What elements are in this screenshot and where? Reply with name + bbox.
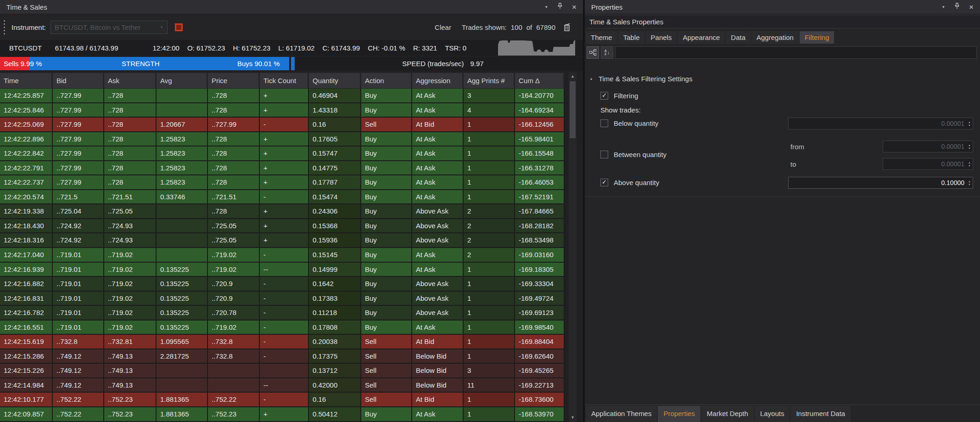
bottom-tab-layouts[interactable]: Layouts [755, 406, 790, 422]
scroll-up-icon[interactable]: ▲ [569, 73, 577, 80]
column-header-agg-prints-[interactable]: Agg Prints # [464, 72, 515, 88]
trade-row[interactable]: 12:42:25.846..727.99..728..728+1.43318Bu… [0, 103, 565, 118]
cell-tick: - [260, 306, 309, 320]
cell-avg [157, 248, 208, 262]
tab-aggregation[interactable]: Aggregation [751, 31, 799, 44]
trade-row[interactable]: 12:42:22.737..727.99..7281.25823..728+0.… [0, 175, 565, 190]
delete-trades-icon[interactable] [563, 23, 571, 32]
tab-filtering[interactable]: Filtering [800, 31, 834, 44]
tab-data[interactable]: Data [726, 31, 750, 44]
between-quantity-checkbox[interactable]: ✓ [600, 151, 608, 158]
panel-menu-caret-icon[interactable]: ▼ [544, 5, 548, 9]
cell-bid: ..719.01 [53, 277, 104, 291]
trade-row[interactable]: 12:42:10.177..752.22..752.231.881365..75… [0, 393, 565, 407]
cell-price: ..725.05 [208, 233, 260, 247]
trade-row[interactable]: 12:42:15.226..749.12..749.130.13712SellB… [0, 364, 565, 378]
categorized-view-button[interactable] [587, 46, 599, 59]
bottom-tab-application-themes[interactable]: Application Themes [586, 406, 657, 422]
cell-cum: -166.15548 [515, 146, 565, 160]
cell-tick: -- [260, 263, 309, 276]
cell-aggression: At Bid [412, 118, 464, 131]
cell-tick: + [260, 132, 309, 146]
scroll-down-icon[interactable]: ▼ [569, 414, 577, 422]
tab-appearance[interactable]: Appearance [678, 31, 725, 44]
cell-ask: ..719.02 [104, 306, 157, 320]
property-search-input[interactable] [615, 46, 977, 59]
close-icon[interactable]: × [572, 3, 577, 11]
below-quantity-input[interactable]: 0.00001 ▲▼ [788, 118, 973, 129]
bottom-tab-market-depth[interactable]: Market Depth [701, 406, 754, 422]
cell-aggression: At Ask [412, 175, 464, 189]
trade-row[interactable]: 12:42:16.882..719.01..719.020.135225..72… [0, 277, 565, 292]
panel-menu-caret-icon[interactable]: ▼ [941, 5, 945, 9]
trade-row[interactable]: 12:42:22.896..727.99..7281.25823..728+0.… [0, 132, 565, 147]
cell-qty: 0.50412 [309, 407, 361, 421]
tab-theme[interactable]: Theme [586, 31, 617, 44]
instrument-status-square[interactable] [175, 23, 183, 31]
trade-row[interactable]: 12:42:18.316..724.92..724.93..725.05+0.1… [0, 233, 565, 248]
scrollbar-thumb[interactable] [570, 81, 576, 138]
filtering-checkbox[interactable]: ✓ [600, 92, 608, 100]
cell-aggression: At Ask [412, 146, 464, 160]
above-quantity-input[interactable]: 0.10000 ▲▼ [788, 177, 973, 189]
trade-row[interactable]: 12:42:16.939..719.01..719.020.135225..71… [0, 263, 565, 277]
spinner-buttons[interactable]: ▲▼ [966, 180, 973, 186]
spinner-buttons[interactable]: ▲▼ [966, 121, 973, 127]
cell-time: 12:42:22.896 [0, 132, 53, 146]
cell-prints: 1 [464, 263, 515, 276]
cell-prints: 1 [464, 393, 515, 406]
column-header-cum-[interactable]: Cum Δ [515, 72, 565, 88]
trade-row[interactable]: 12:42:16.831..719.01..719.020.135225..72… [0, 292, 565, 306]
pin-icon[interactable] [954, 3, 960, 11]
tab-table[interactable]: Table [618, 31, 645, 44]
column-header-tick-count[interactable]: Tick Count [260, 72, 309, 88]
trades-scrollbar[interactable]: ▲ ▼ [569, 72, 577, 422]
pin-icon[interactable] [557, 3, 563, 11]
trade-row[interactable]: 12:42:14.984..749.12..749.13--0.42000Sel… [0, 378, 565, 393]
cell-bid: ..719.01 [53, 306, 104, 320]
column-header-action[interactable]: Action [361, 72, 412, 88]
column-header-bid[interactable]: Bid [53, 72, 104, 88]
trade-row[interactable]: 12:42:16.782..719.01..719.020.135225..72… [0, 306, 565, 321]
column-header-ask[interactable]: Ask [104, 72, 157, 88]
trade-row[interactable]: 12:42:22.842..727.99..7281.25823..728+0.… [0, 146, 565, 161]
close-icon[interactable]: × [969, 3, 974, 11]
trade-row[interactable]: 12:42:25.069..727.99..7281.20667..727.99… [0, 118, 565, 132]
cell-action: Buy [361, 175, 412, 189]
above-quantity-checkbox[interactable]: ✓ [600, 179, 608, 186]
column-header-price[interactable]: Price [208, 72, 260, 88]
below-quantity-checkbox[interactable]: ✓ [600, 119, 608, 127]
bottom-tab-properties[interactable]: Properties [658, 406, 700, 422]
tab-panels[interactable]: Panels [646, 31, 677, 44]
between-to-input[interactable]: 0.00001 ▲▼ [883, 158, 973, 170]
trade-row[interactable]: 12:42:18.430..724.92..724.93..725.05+0.1… [0, 219, 565, 234]
bottom-tab-instrument-data[interactable]: Instrument Data [790, 406, 851, 422]
cell-action: Buy [361, 263, 412, 276]
instrument-dropdown[interactable]: BTCUSDT, Bitcoin vs Tether ▼ [50, 21, 168, 34]
filtering-settings-section-header[interactable]: ▲ Time & Sales Filtering Settings [589, 75, 692, 83]
cell-cum: -168.73600 [515, 393, 565, 406]
trade-row[interactable]: 12:42:17.040..719.01..719.02..719.02-0.1… [0, 248, 565, 263]
clear-button[interactable]: Clear [435, 23, 451, 31]
trade-row[interactable]: 12:42:15.619..732.8..732.811.095565..732… [0, 335, 565, 349]
column-header-avg[interactable]: Avg [157, 72, 208, 88]
spinner-buttons[interactable]: ▲▼ [966, 161, 973, 167]
trade-row[interactable]: 12:42:19.338..725.04..725.05..728+0.2430… [0, 204, 565, 219]
trade-row[interactable]: 12:42:25.857..727.99..728..728+0.46904Bu… [0, 89, 565, 103]
column-header-quantity[interactable]: Quantity [309, 72, 361, 88]
trade-row[interactable]: 12:42:20.574..721.5..721.510.33746..721.… [0, 190, 565, 205]
cell-avg: 0.33746 [157, 190, 208, 204]
trade-row[interactable]: 12:42:16.551..719.01..719.020.135225..71… [0, 321, 565, 335]
alphabetical-sort-button[interactable]: AZ ↓ [601, 46, 613, 59]
cell-ask: ..752.23 [104, 407, 157, 421]
column-header-aggression[interactable]: Aggression [412, 72, 464, 88]
drag-grip-icon[interactable] [4, 20, 5, 34]
spinner-buttons[interactable]: ▲▼ [966, 144, 973, 150]
trade-row[interactable]: 12:42:15.286..749.12..749.132.281725..73… [0, 349, 565, 364]
trade-row[interactable]: 12:42:22.791..727.99..7281.25823..728+0.… [0, 161, 565, 176]
between-from-input[interactable]: 0.00001 ▲▼ [883, 141, 973, 152]
cell-aggression: Below Bid [412, 349, 464, 363]
cell-ask: ..728 [104, 103, 157, 117]
column-header-time[interactable]: Time [0, 72, 53, 88]
trade-row[interactable]: 12:42:09.857..752.22..752.231.881365..75… [0, 407, 565, 422]
